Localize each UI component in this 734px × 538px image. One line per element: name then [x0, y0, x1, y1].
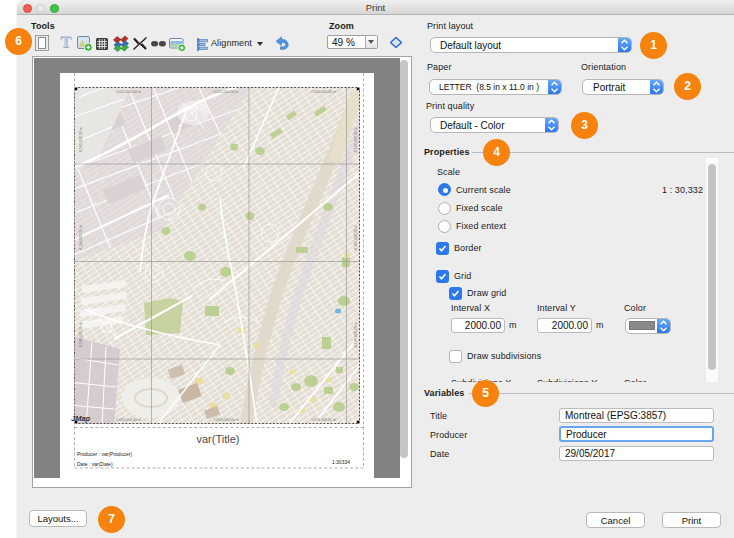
svg-text:5,616,000.00 m: 5,616,000.00 m: [311, 418, 336, 422]
svg-text:-8,184,000.00 m: -8,184,000.00 m: [79, 225, 83, 251]
svg-text:-8,182,000.00 m: -8,182,000.00 m: [79, 127, 83, 153]
svg-text:5,616,000.00 m: 5,616,000.00 m: [311, 90, 336, 94]
svg-text:-8,186,000.00 m: -8,186,000.00 m: [79, 322, 83, 348]
svg-text:1:30334: 1:30334: [332, 459, 350, 465]
svg-text:JMap: JMap: [71, 414, 91, 423]
svg-text:-8,186,000.00 m: -8,186,000.00 m: [354, 322, 358, 348]
svg-text:5,614,000.00 m: 5,614,000.00 m: [214, 418, 239, 422]
svg-text:var(Title): var(Title): [197, 433, 240, 445]
svg-text:5,612,000.00 m: 5,612,000.00 m: [116, 418, 141, 422]
svg-text:-8,184,000.00 m: -8,184,000.00 m: [354, 225, 358, 251]
svg-text:5,612,000.00 m: 5,612,000.00 m: [116, 90, 141, 94]
svg-text:5,614,000.00 m: 5,614,000.00 m: [214, 90, 239, 94]
svg-text:Date : var(Date): Date : var(Date): [77, 461, 113, 467]
svg-text:-8,182,000.00 m: -8,182,000.00 m: [354, 127, 358, 153]
svg-text:Producer : var(Producer): Producer : var(Producer): [77, 451, 132, 457]
